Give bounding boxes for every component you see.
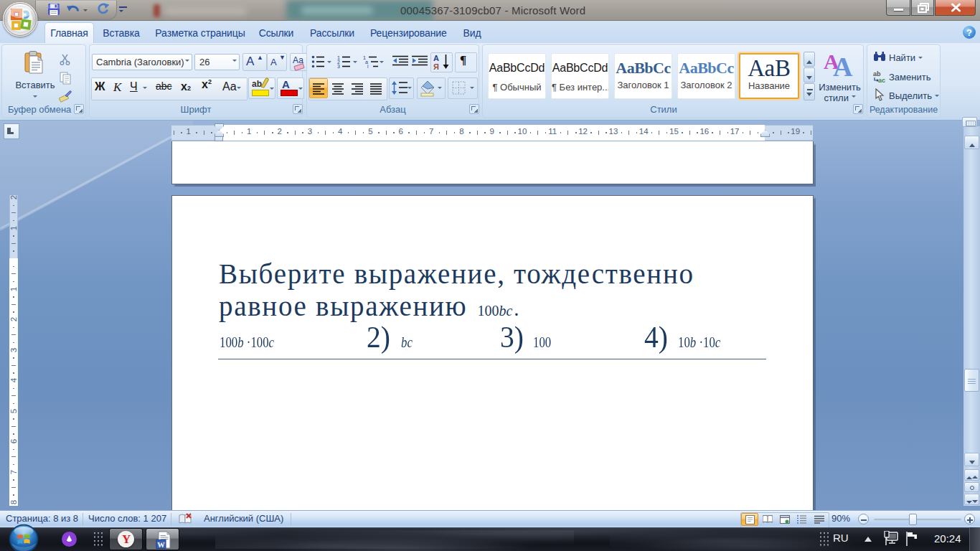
svg-text:W: W bbox=[157, 541, 165, 549]
svg-text:ac: ac bbox=[878, 77, 885, 83]
svg-text:A: A bbox=[833, 52, 853, 77]
svg-text:3: 3 bbox=[337, 64, 340, 68]
svg-text:i: i bbox=[367, 64, 369, 68]
